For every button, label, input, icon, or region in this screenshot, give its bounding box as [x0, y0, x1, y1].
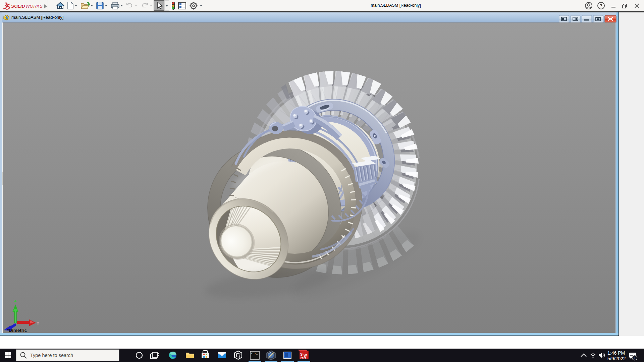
svg-text:2021: 2021 [301, 357, 307, 360]
svg-text:SOLID: SOLID [11, 4, 25, 9]
svg-text:x: x [37, 320, 39, 325]
svg-text:Type here to search: Type here to search [30, 353, 73, 358]
svg-text:WORKS: WORKS [25, 4, 43, 9]
svg-text:*Dimetric: *Dimetric [7, 328, 27, 333]
svg-text:S: S [300, 352, 303, 356]
svg-text:C:\_: C:\_ [251, 352, 258, 355]
svg-text:1: 1 [634, 356, 636, 360]
svg-text:1:46 PM: 1:46 PM [607, 350, 625, 356]
svg-text:5/9/2022: 5/9/2022 [607, 356, 626, 361]
svg-text:?: ? [600, 3, 603, 8]
